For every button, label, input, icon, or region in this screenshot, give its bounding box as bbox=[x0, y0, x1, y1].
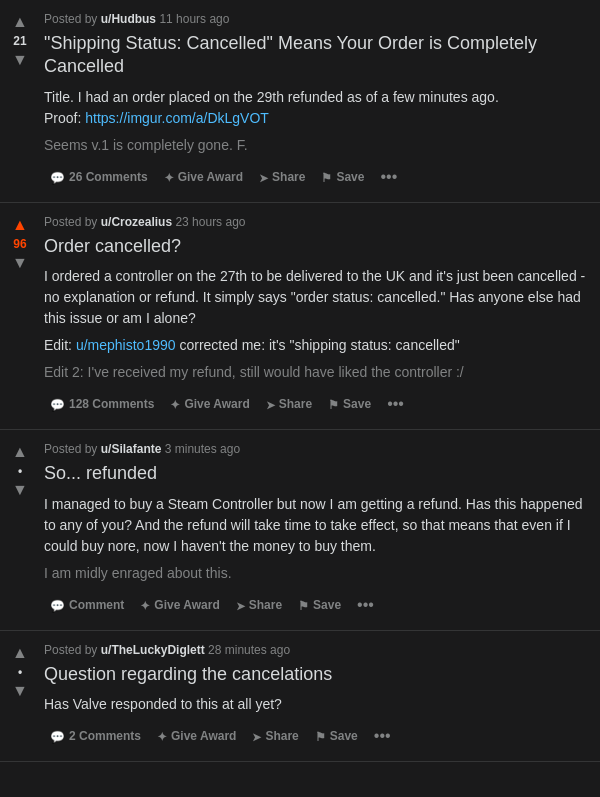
post-body-area: Posted by u/Crozealius 23 hours ago Orde… bbox=[40, 211, 596, 421]
post-title[interactable]: Order cancelled? bbox=[44, 235, 588, 258]
share-button[interactable]: Share bbox=[230, 593, 288, 617]
share-button[interactable]: Share bbox=[253, 165, 311, 189]
comments-button[interactable]: 128 Comments bbox=[44, 392, 160, 416]
post-time-value: 11 hours ago bbox=[159, 12, 229, 26]
body-paragraph-2: Proof: bbox=[44, 110, 81, 126]
upvote-button[interactable]: ▲ bbox=[10, 442, 30, 462]
post-title[interactable]: Question regarding the cancelations bbox=[44, 663, 588, 686]
save-label: Save bbox=[336, 170, 364, 184]
posted-by-label: Posted by bbox=[44, 442, 97, 456]
author-link[interactable]: u/Crozealius bbox=[101, 215, 172, 229]
more-options-button[interactable]: ••• bbox=[368, 723, 397, 749]
comments-button[interactable]: Comment bbox=[44, 593, 130, 617]
comments-label: Comment bbox=[69, 598, 124, 612]
upvote-button[interactable]: ▲ bbox=[10, 12, 30, 32]
vote-column: ▲ 21 ▼ bbox=[0, 8, 40, 194]
post-time-value: 23 hours ago bbox=[175, 215, 245, 229]
edit1-link[interactable]: u/mephisto1990 bbox=[76, 337, 176, 353]
comment-icon bbox=[50, 728, 65, 744]
comments-button[interactable]: 26 Comments bbox=[44, 165, 154, 189]
share-label: Share bbox=[249, 598, 282, 612]
posted-by-label: Posted by bbox=[44, 643, 97, 657]
award-icon bbox=[157, 728, 167, 744]
share-label: Share bbox=[279, 397, 312, 411]
body-paragraph-1: I managed to buy a Steam Controller but … bbox=[44, 496, 583, 554]
body-paragraph-1: Title. I had an order placed on the 29th… bbox=[44, 89, 499, 105]
action-bar: Comment Give Award Share Save ••• bbox=[44, 592, 588, 618]
share-button[interactable]: Share bbox=[246, 724, 304, 748]
post-meta: Posted by u/TheLuckyDiglett 28 minutes a… bbox=[44, 643, 588, 657]
comments-button[interactable]: 2 Comments bbox=[44, 724, 147, 748]
save-button[interactable]: Save bbox=[292, 593, 347, 617]
post-body-muted: I am midly enraged about this. bbox=[44, 563, 588, 584]
post-body-area: Posted by u/Silafante 3 minutes ago So..… bbox=[40, 438, 596, 621]
comments-label: 26 Comments bbox=[69, 170, 148, 184]
more-options-button[interactable]: ••• bbox=[381, 391, 410, 417]
post-meta: Posted by u/Hudbus 11 hours ago bbox=[44, 12, 588, 26]
award-label: Give Award bbox=[178, 170, 243, 184]
posted-by-label: Posted by bbox=[44, 215, 97, 229]
save-icon bbox=[315, 728, 326, 744]
post-meta: Posted by u/Crozealius 23 hours ago bbox=[44, 215, 588, 229]
post-body-text: Title. I had an order placed on the 29th… bbox=[44, 87, 588, 129]
upvote-button[interactable]: ▲ bbox=[10, 215, 30, 235]
upvote-button[interactable]: ▲ bbox=[10, 643, 30, 663]
proof-link[interactable]: https://imgur.com/a/DkLgVOT bbox=[85, 110, 269, 126]
award-icon bbox=[170, 396, 180, 412]
post-time-value: 28 minutes ago bbox=[208, 643, 290, 657]
vote-count: • bbox=[18, 464, 22, 478]
post-body-edit1: Edit: u/mephisto1990 corrected me: it's … bbox=[44, 335, 588, 356]
share-button[interactable]: Share bbox=[260, 392, 318, 416]
more-options-button[interactable]: ••• bbox=[374, 164, 403, 190]
comments-label: 2 Comments bbox=[69, 729, 141, 743]
author-link[interactable]: u/TheLuckyDiglett bbox=[101, 643, 205, 657]
post-item: ▲ • ▼ Posted by u/Silafante 3 minutes ag… bbox=[0, 430, 600, 630]
share-icon bbox=[259, 169, 268, 185]
save-label: Save bbox=[313, 598, 341, 612]
action-bar: 2 Comments Give Award Share Save ••• bbox=[44, 723, 588, 749]
post-time-value: 3 minutes ago bbox=[165, 442, 240, 456]
post-item: ▲ • ▼ Posted by u/TheLuckyDiglett 28 min… bbox=[0, 631, 600, 762]
award-icon bbox=[164, 169, 174, 185]
award-label: Give Award bbox=[184, 397, 249, 411]
post-body-area: Posted by u/Hudbus 11 hours ago "Shippin… bbox=[40, 8, 596, 194]
save-label: Save bbox=[343, 397, 371, 411]
more-options-button[interactable]: ••• bbox=[351, 592, 380, 618]
post-title[interactable]: "Shipping Status: Cancelled" Means Your … bbox=[44, 32, 588, 79]
downvote-button[interactable]: ▼ bbox=[10, 681, 30, 701]
save-button[interactable]: Save bbox=[309, 724, 364, 748]
downvote-button[interactable]: ▼ bbox=[10, 480, 30, 500]
author-link[interactable]: u/Hudbus bbox=[101, 12, 156, 26]
save-button[interactable]: Save bbox=[315, 165, 370, 189]
post-item: ▲ 21 ▼ Posted by u/Hudbus 11 hours ago "… bbox=[0, 0, 600, 203]
post-body-muted: Seems v.1 is completely gone. F. bbox=[44, 135, 588, 156]
share-icon bbox=[236, 597, 245, 613]
author-link[interactable]: u/Silafante bbox=[101, 442, 162, 456]
award-button[interactable]: Give Award bbox=[164, 392, 255, 416]
vote-column: ▲ • ▼ bbox=[0, 639, 40, 753]
award-button[interactable]: Give Award bbox=[158, 165, 249, 189]
share-icon bbox=[266, 396, 275, 412]
edit1-suffix: corrected me: it's "shipping status: can… bbox=[176, 337, 460, 353]
vote-column: ▲ 96 ▼ bbox=[0, 211, 40, 421]
post-title[interactable]: So... refunded bbox=[44, 462, 588, 485]
downvote-button[interactable]: ▼ bbox=[10, 253, 30, 273]
save-button[interactable]: Save bbox=[322, 392, 377, 416]
award-button[interactable]: Give Award bbox=[151, 724, 242, 748]
posted-by-label: Posted by bbox=[44, 12, 97, 26]
save-label: Save bbox=[330, 729, 358, 743]
comment-icon bbox=[50, 169, 65, 185]
post-body-text: Has Valve responded to this at all yet? bbox=[44, 694, 588, 715]
comments-label: 128 Comments bbox=[69, 397, 154, 411]
post-body-text: I ordered a controller on the 27th to be… bbox=[44, 266, 588, 329]
save-icon bbox=[328, 396, 339, 412]
post-body-area: Posted by u/TheLuckyDiglett 28 minutes a… bbox=[40, 639, 596, 753]
vote-column: ▲ • ▼ bbox=[0, 438, 40, 621]
post-body-text: I managed to buy a Steam Controller but … bbox=[44, 494, 588, 557]
award-label: Give Award bbox=[171, 729, 236, 743]
body-paragraph-1: I ordered a controller on the 27th to be… bbox=[44, 268, 585, 326]
comment-icon bbox=[50, 396, 65, 412]
save-icon bbox=[298, 597, 309, 613]
downvote-button[interactable]: ▼ bbox=[10, 50, 30, 70]
award-button[interactable]: Give Award bbox=[134, 593, 225, 617]
